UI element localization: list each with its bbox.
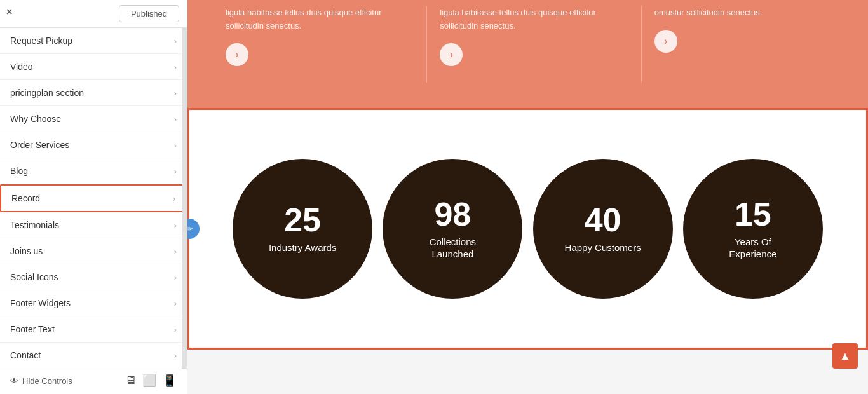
sidebar-item-pricingplan-section[interactable]: pricingplan section ›	[0, 80, 187, 106]
stat-circle-0: 25 Industry Awards	[233, 159, 372, 299]
sidebar-item-contact[interactable]: Contact ›	[0, 343, 187, 367]
chevron-right-icon: ›	[174, 166, 177, 176]
close-icon[interactable]: ×	[6, 6, 12, 18]
sidebar-item-blog[interactable]: Blog ›	[0, 158, 187, 184]
chevron-right-icon: ›	[173, 194, 175, 203]
sidebar-item-label: Video	[10, 62, 33, 72]
arrow-button-2[interactable]: ›	[654, 30, 677, 53]
sidebar-item-label: Contact	[10, 350, 41, 360]
stat-label-2: Happy Customers	[565, 241, 641, 254]
stat-circle-2: 40 Happy Customers	[533, 159, 673, 299]
chevron-right-icon: ›	[174, 273, 177, 282]
chevron-right-icon: ›	[174, 221, 177, 230]
stat-number-3: 15	[735, 198, 771, 231]
chevron-right-icon: ›	[174, 247, 177, 256]
sidebar-item-label: Record	[11, 193, 40, 203]
sidebar-item-label: Request Pickup	[10, 36, 72, 46]
sidebar-scrollbar[interactable]	[182, 28, 187, 369]
card-divider-1	[426, 6, 427, 83]
sidebar-item-social-icons[interactable]: Social Icons ›	[0, 264, 187, 290]
sidebar-item-footer-text[interactable]: Footer Text ›	[0, 316, 187, 343]
edit-record-icon[interactable]: ✏	[187, 219, 200, 239]
sidebar-item-label: Why Choose	[10, 114, 61, 124]
top-card-2: omustur sollicitudin senectus. ›	[654, 0, 843, 65]
stat-number-2: 40	[585, 203, 621, 236]
tablet-view-icon[interactable]: ⬜	[142, 374, 156, 388]
stat-label-1: CollectionsLaunched	[430, 236, 476, 261]
chevron-right-icon: ›	[174, 88, 177, 98]
sidebar-item-testimonials[interactable]: Testimonials ›	[0, 212, 187, 238]
scroll-up-button[interactable]: ▲	[832, 343, 858, 369]
record-section: ✏ 25 Industry Awards 98 CollectionsLaunc…	[187, 108, 868, 350]
sidebar-item-footer-widgets[interactable]: Footer Widgets ›	[0, 290, 187, 316]
chevron-right-icon: ›	[174, 299, 177, 308]
sidebar-item-why-choose[interactable]: Why Choose ›	[0, 106, 187, 132]
chevron-right-icon: ›	[174, 325, 177, 334]
sidebar-item-label: Testimonials	[10, 220, 59, 230]
published-button[interactable]: Published	[119, 5, 179, 22]
sidebar-item-label: Footer Text	[10, 324, 55, 334]
chevron-right-icon: ›	[174, 114, 177, 124]
top-card-text-2: omustur sollicitudin senectus.	[654, 6, 830, 20]
arrow-button-0[interactable]: ›	[226, 43, 248, 66]
sidebar-footer: 👁 Hide Controls 🖥 ⬜ 📱	[0, 367, 187, 394]
arrow-button-1[interactable]: ›	[440, 43, 463, 66]
top-card-1: ligula habitasse tellus duis quisque eff…	[440, 0, 628, 79]
sidebar-header: × Published	[0, 0, 187, 28]
sidebar-item-label: Order Services	[10, 140, 69, 150]
sidebar-item-label: pricingplan section	[10, 88, 84, 98]
eye-icon: 👁	[10, 376, 18, 386]
top-hero-section: ligula habitasse tellus duis quisque eff…	[187, 0, 868, 108]
top-card-text-0: ligula habitasse tellus duis quisque eff…	[226, 6, 401, 33]
sidebar-items-list: Request Pickup › Video › pricingplan sec…	[0, 28, 187, 367]
sidebar-item-label: Blog	[10, 166, 28, 176]
chevron-right-icon: ›	[174, 62, 177, 72]
stat-circle-3: 15 Years OfExperience	[683, 159, 823, 299]
desktop-view-icon[interactable]: 🖥	[125, 374, 136, 388]
sidebar-item-record[interactable]: Record ›	[0, 184, 187, 212]
view-icons-group: 🖥 ⬜ 📱	[125, 374, 177, 388]
sidebar-item-request-pickup[interactable]: Request Pickup ›	[0, 28, 187, 54]
hide-controls-button[interactable]: 👁 Hide Controls	[10, 376, 72, 386]
sidebar-item-label: Social Icons	[10, 272, 58, 282]
stat-label-3: Years OfExperience	[729, 236, 776, 261]
chevron-right-icon: ›	[174, 351, 177, 360]
stat-number-1: 98	[434, 198, 471, 231]
chevron-right-icon: ›	[174, 140, 177, 150]
card-divider-2	[641, 6, 642, 83]
sidebar-item-order-services[interactable]: Order Services ›	[0, 132, 187, 158]
stat-number-0: 25	[284, 203, 321, 236]
top-card-0: ligula habitasse tellus duis quisque eff…	[226, 0, 414, 79]
main-content: ligula habitasse tellus duis quisque eff…	[187, 0, 868, 394]
sidebar-item-video[interactable]: Video ›	[0, 54, 187, 80]
sidebar: × Published Request Pickup › Video › pri…	[0, 0, 187, 394]
mobile-view-icon[interactable]: 📱	[163, 374, 177, 388]
stat-label-0: Industry Awards	[269, 241, 336, 254]
sidebar-item-label: Footer Widgets	[10, 298, 71, 308]
hide-controls-label: Hide Controls	[22, 376, 72, 386]
chevron-right-icon: ›	[174, 36, 177, 46]
top-card-text-1: ligula habitasse tellus duis quisque eff…	[440, 6, 615, 33]
sidebar-item-joins-us[interactable]: Joins us ›	[0, 238, 187, 264]
sidebar-item-label: Joins us	[10, 246, 43, 256]
stat-circle-1: 98 CollectionsLaunched	[383, 159, 522, 299]
